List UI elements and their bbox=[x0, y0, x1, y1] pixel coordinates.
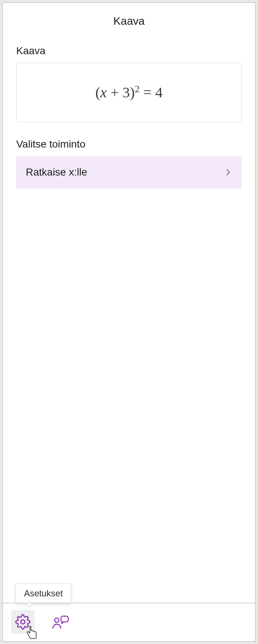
action-item-label: Ratkaise x:lle bbox=[26, 166, 87, 178]
panel-content: Kaava (x + 3)2 = 4 Valitse toiminto Ratk… bbox=[3, 45, 255, 603]
gear-icon bbox=[15, 614, 31, 630]
person-chat-icon bbox=[52, 614, 69, 629]
settings-tooltip: Asetukset bbox=[15, 584, 71, 603]
settings-button[interactable] bbox=[11, 610, 35, 634]
panel-footer bbox=[3, 603, 255, 641]
feedback-button[interactable] bbox=[49, 610, 72, 634]
formula-equation: (x + 3)2 = 4 bbox=[95, 84, 163, 101]
math-panel: Kaava Kaava (x + 3)2 = 4 Valitse toimint… bbox=[2, 2, 256, 642]
svg-rect-2 bbox=[61, 616, 68, 622]
chevron-right-icon bbox=[224, 168, 232, 176]
formula-box[interactable]: (x + 3)2 = 4 bbox=[16, 63, 242, 122]
svg-point-0 bbox=[21, 620, 25, 624]
panel-title: Kaava bbox=[3, 15, 255, 27]
svg-point-1 bbox=[55, 618, 59, 623]
action-label: Valitse toiminto bbox=[16, 138, 242, 150]
action-solve-for-x[interactable]: Ratkaise x:lle bbox=[16, 156, 242, 188]
formula-label: Kaava bbox=[16, 45, 242, 57]
panel-header: Kaava bbox=[3, 3, 255, 45]
